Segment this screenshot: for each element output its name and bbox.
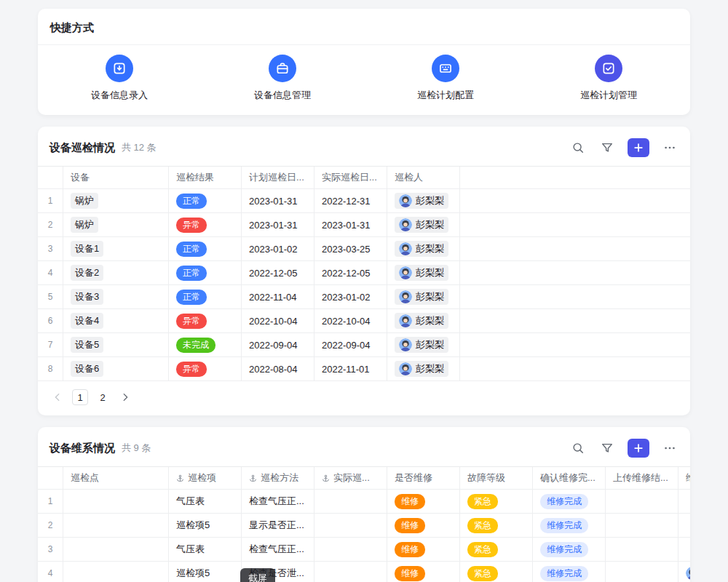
table-row[interactable]: 2 巡检项5 显示是否正... 维修 紧急 维修完成 xyxy=(38,514,690,538)
device-cell[interactable]: 设备5 xyxy=(63,333,169,356)
result-cell[interactable]: 异常 xyxy=(169,213,242,236)
method-cell[interactable]: 显示是否正... xyxy=(242,514,314,537)
extra-cell[interactable] xyxy=(678,490,690,513)
table-row[interactable]: 8 设备6 异常 2022-08-04 2022-11-01 彭梨梨 xyxy=(38,357,690,381)
shortcut-device-manage[interactable]: 设备信息管理 xyxy=(201,55,364,102)
level-cell[interactable]: 紧急 xyxy=(460,514,533,537)
item-cell[interactable]: 气压表 xyxy=(169,490,242,513)
column-planned-date[interactable]: 计划巡检日... xyxy=(242,167,314,188)
inspector-cell[interactable]: 彭梨梨 xyxy=(387,309,460,332)
repair-done-button[interactable]: 维修完成 xyxy=(540,542,588,557)
inspector-cell[interactable]: 彭梨梨 xyxy=(387,213,460,236)
result-cell[interactable]: 异常 xyxy=(169,357,242,380)
extra-cell[interactable] xyxy=(678,514,690,537)
search-icon[interactable] xyxy=(569,439,587,457)
inspector-cell[interactable]: 彭梨梨 xyxy=(387,189,460,212)
device-cell[interactable]: 锅炉 xyxy=(63,189,169,212)
level-cell[interactable]: 紧急 xyxy=(460,490,533,513)
actual-cell[interactable] xyxy=(314,514,387,537)
actual-cell[interactable] xyxy=(314,538,387,561)
upload-cell[interactable] xyxy=(606,562,678,582)
shortcut-device-entry[interactable]: 设备信息录入 xyxy=(38,55,201,102)
table-row[interactable]: 4 设备2 正常 2022-12-05 2022-12-05 彭梨梨 xyxy=(38,261,690,285)
upload-cell[interactable] xyxy=(606,514,678,537)
shortcut-plan-manage[interactable]: 巡检计划管理 xyxy=(527,55,690,102)
column-result[interactable]: 巡检结果 xyxy=(169,167,242,188)
repair-done-button[interactable]: 维修完成 xyxy=(540,494,588,509)
result-cell[interactable]: 正常 xyxy=(169,189,242,212)
point-cell[interactable] xyxy=(63,490,169,513)
method-cell[interactable]: 检查气压正... xyxy=(242,490,314,513)
repair-cell[interactable]: 维修 xyxy=(387,562,460,582)
planned-date-cell[interactable]: 2022-12-05 xyxy=(242,261,314,284)
result-cell[interactable]: 正常 xyxy=(169,261,242,284)
prev-page-button[interactable] xyxy=(50,389,66,405)
inspector-cell[interactable]: 彭梨梨 xyxy=(387,333,460,356)
result-cell[interactable]: 异常 xyxy=(169,309,242,332)
column-inspector[interactable]: 巡检人 xyxy=(387,167,460,188)
upload-cell[interactable] xyxy=(606,490,678,513)
planned-date-cell[interactable]: 2023-01-31 xyxy=(242,213,314,236)
device-cell[interactable]: 设备2 xyxy=(63,261,169,284)
result-cell[interactable]: 未完成 xyxy=(169,333,242,356)
page-button-2[interactable]: 2 xyxy=(95,389,111,405)
planned-date-cell[interactable]: 2023-01-02 xyxy=(242,237,314,260)
column-level[interactable]: 故障等级 xyxy=(460,467,533,489)
more-icon[interactable] xyxy=(661,439,678,457)
extra-cell[interactable] xyxy=(678,538,690,561)
more-icon[interactable] xyxy=(661,139,678,156)
point-cell[interactable] xyxy=(63,538,169,561)
table-row[interactable]: 3 设备1 正常 2023-01-02 2023-03-25 彭梨梨 xyxy=(38,237,690,261)
table-row[interactable]: 4 巡检项5 检查是否泄... 维修 紧急 维修完成 xyxy=(38,562,690,582)
inspector-cell[interactable]: 彭梨梨 xyxy=(387,285,460,308)
column-device[interactable]: 设备 xyxy=(63,167,169,188)
planned-date-cell[interactable]: 2022-11-04 xyxy=(242,285,314,308)
level-cell[interactable]: 紧急 xyxy=(460,538,533,561)
repair-done-button[interactable]: 维修完成 xyxy=(540,566,588,581)
actual-date-cell[interactable]: 2023-01-31 xyxy=(314,213,387,236)
inspector-cell[interactable]: 彭梨梨 xyxy=(387,237,460,260)
table-row[interactable]: 7 设备5 未完成 2022-09-04 2022-09-04 彭梨梨 xyxy=(38,333,690,357)
repair-cell[interactable]: 维修 xyxy=(387,538,460,561)
inspector-cell[interactable]: 彭梨梨 xyxy=(387,261,460,284)
column-extra[interactable]: 维... xyxy=(678,467,690,489)
actual-date-cell[interactable]: 2022-09-04 xyxy=(314,333,387,356)
actual-date-cell[interactable]: 2022-12-31 xyxy=(314,189,387,212)
device-cell[interactable]: 锅炉 xyxy=(63,213,169,236)
actual-cell[interactable] xyxy=(314,490,387,513)
search-icon[interactable] xyxy=(569,139,587,156)
confirm-cell[interactable]: 维修完成 xyxy=(533,514,606,537)
table-row[interactable]: 2 锅炉 异常 2023-01-31 2023-01-31 彭梨梨 xyxy=(38,213,690,237)
add-record-button[interactable] xyxy=(628,439,649,458)
shortcut-plan-config[interactable]: 巡检计划配置 xyxy=(364,55,527,102)
repair-cell[interactable]: 维修 xyxy=(387,514,460,537)
confirm-cell[interactable]: 维修完成 xyxy=(533,538,606,561)
actual-date-cell[interactable]: 2022-11-01 xyxy=(314,357,387,380)
repair-done-button[interactable]: 维修完成 xyxy=(540,518,588,533)
column-method[interactable]: 巡检方法 xyxy=(242,467,314,489)
column-confirm[interactable]: 确认维修完... xyxy=(533,467,606,489)
table-row[interactable]: 1 气压表 检查气压正... 维修 紧急 维修完成 xyxy=(38,490,690,514)
actual-date-cell[interactable]: 2022-10-04 xyxy=(314,309,387,332)
filter-icon[interactable] xyxy=(598,139,616,156)
upload-cell[interactable] xyxy=(606,538,678,561)
item-cell[interactable]: 气压表 xyxy=(169,538,242,561)
table-row[interactable]: 6 设备4 异常 2022-10-04 2022-10-04 彭梨梨 xyxy=(38,309,690,333)
result-cell[interactable]: 正常 xyxy=(169,285,242,308)
actual-date-cell[interactable]: 2022-12-05 xyxy=(314,261,387,284)
planned-date-cell[interactable]: 2022-08-04 xyxy=(242,357,314,380)
column-actual-date[interactable]: 实际巡检日... xyxy=(314,167,387,188)
column-repair[interactable]: 是否维修 xyxy=(387,467,460,489)
column-point[interactable]: 巡检点 xyxy=(63,467,169,489)
actual-cell[interactable] xyxy=(314,562,387,582)
level-cell[interactable]: 紧急 xyxy=(460,562,533,582)
planned-date-cell[interactable]: 2022-09-04 xyxy=(242,333,314,356)
inspector-cell[interactable]: 彭梨梨 xyxy=(387,357,460,380)
column-item[interactable]: 巡检项 xyxy=(169,467,242,489)
extra-cell[interactable] xyxy=(678,562,690,582)
planned-date-cell[interactable]: 2022-10-04 xyxy=(242,309,314,332)
table-row[interactable]: 1 锅炉 正常 2023-01-31 2022-12-31 彭梨梨 xyxy=(38,189,690,213)
device-cell[interactable]: 设备1 xyxy=(63,237,169,260)
device-cell[interactable]: 设备6 xyxy=(63,357,169,380)
confirm-cell[interactable]: 维修完成 xyxy=(533,562,606,582)
